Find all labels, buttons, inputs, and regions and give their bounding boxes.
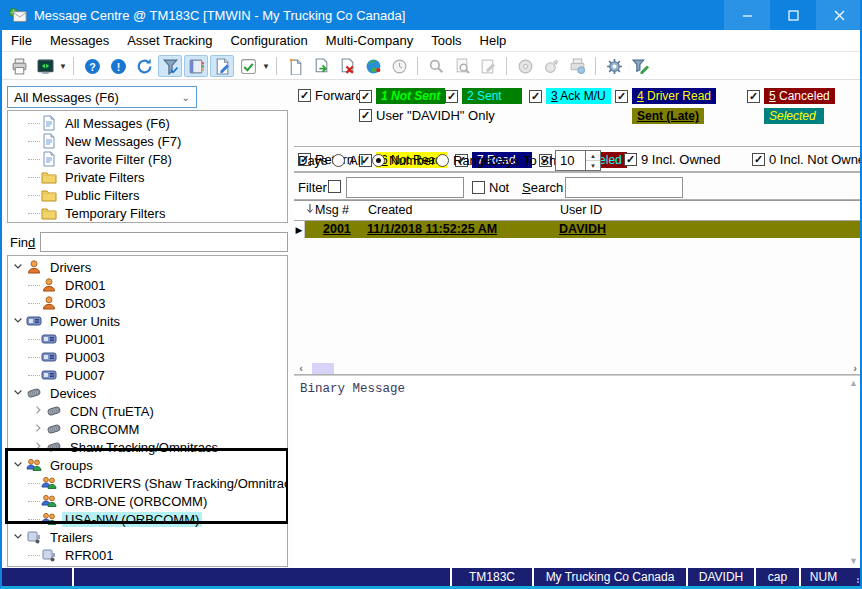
- tree-item-cdn-trueta[interactable]: CDN (TruETA): [8, 402, 287, 420]
- filter-item-favorite-filter[interactable]: Favorite Filter (F8): [8, 150, 287, 168]
- tree-group-trailers[interactable]: Trailers: [8, 528, 287, 546]
- filter-combo[interactable]: All Messages (F6) ⌄: [7, 86, 197, 108]
- tree-item-orb-one[interactable]: ORB-ONE (ORBCOMM): [8, 492, 287, 510]
- column-msg-num[interactable]: Msg #: [315, 203, 349, 217]
- scroll-left-icon[interactable]: ‹: [294, 363, 308, 374]
- menu-file[interactable]: File: [2, 30, 41, 52]
- menu-configuration[interactable]: Configuration: [221, 30, 316, 52]
- tree-item-dr001[interactable]: DR001: [8, 276, 287, 294]
- filter-checkbox[interactable]: [328, 180, 341, 193]
- tree-group-devices[interactable]: Devices: [8, 384, 287, 402]
- legend-not-sent[interactable]: ✓1 Not Sent: [359, 88, 445, 104]
- menu-messages[interactable]: Messages: [41, 30, 118, 52]
- scroll-up-icon[interactable]: ▲: [849, 378, 858, 388]
- close-button[interactable]: [816, 0, 862, 30]
- edit-icon[interactable]: [476, 55, 500, 77]
- message-row[interactable]: ▶ 2001 11/1/2018 11:52:25 AM DAVIDH: [294, 221, 862, 238]
- filter-edit-icon[interactable]: [628, 55, 652, 77]
- menu-multi-company[interactable]: Multi-Company: [317, 30, 422, 52]
- collapse-chevron-icon[interactable]: [12, 458, 26, 472]
- spell-check-icon[interactable]: [236, 55, 260, 77]
- spinner-up-icon[interactable]: ▲: [586, 151, 600, 161]
- search-input[interactable]: [565, 177, 683, 198]
- print-preview-icon[interactable]: [450, 55, 474, 77]
- collapse-chevron-icon[interactable]: [12, 530, 26, 544]
- disc-icon[interactable]: [513, 55, 537, 77]
- filter-item-temporary-filters[interactable]: Temporary Filters: [8, 204, 287, 222]
- resize-grip[interactable]: [846, 568, 862, 586]
- world-icon[interactable]: [361, 55, 385, 77]
- filter-item-public-filters[interactable]: Public Filters: [8, 186, 287, 204]
- column-created[interactable]: Created: [368, 203, 412, 217]
- forward-message-icon[interactable]: [309, 55, 333, 77]
- scroll-down-icon[interactable]: ▼: [849, 556, 858, 566]
- legend-driver-read[interactable]: ✓4 Driver Read: [615, 88, 716, 104]
- tree-item-shaw-tracking[interactable]: Shaw Tracking/Omnitracs: [8, 438, 287, 456]
- collapse-chevron-icon[interactable]: [12, 314, 26, 328]
- binary-vscrollbar[interactable]: ▲ ▼: [847, 378, 860, 566]
- remote-print-icon[interactable]: [565, 55, 589, 77]
- days-radio-number[interactable]: Number: [372, 153, 435, 168]
- tree-item-pu007[interactable]: PU007: [8, 366, 287, 384]
- tree-item-rfr001[interactable]: RFR001: [8, 546, 287, 564]
- menu-help[interactable]: Help: [471, 30, 516, 52]
- legend-sent[interactable]: ✓2 Sent: [445, 88, 522, 104]
- filter-messages-icon[interactable]: [158, 55, 182, 77]
- connection-monitor-icon[interactable]: [33, 55, 57, 77]
- filter-item-new-messages[interactable]: New Messages (F7): [8, 132, 287, 150]
- print-icon[interactable]: [7, 55, 31, 77]
- expand-chevron-icon[interactable]: [32, 422, 46, 436]
- menu-asset-tracking[interactable]: Asset Tracking: [118, 30, 221, 52]
- days-radio-all[interactable]: All: [332, 153, 363, 168]
- hscroll-thumb[interactable]: [312, 363, 334, 374]
- tracking-icon[interactable]: [539, 55, 563, 77]
- user-davidh-only-checkbox[interactable]: ✓User "DAVIDH" Only: [359, 108, 495, 123]
- connection-dropdown-icon[interactable]: ▼: [58, 55, 68, 77]
- tree-item-bcdrivers[interactable]: BCDRIVERS (Shaw Tracking/Omnitracs): [8, 474, 287, 492]
- folder-icon: [41, 205, 57, 221]
- sort-descending-icon[interactable]: [306, 203, 314, 217]
- expand-chevron-icon[interactable]: [32, 440, 46, 454]
- refresh-icon[interactable]: [132, 55, 156, 77]
- filter-item-all-messages[interactable]: All Messages (F6): [8, 114, 287, 132]
- legend-canceled-fwd[interactable]: ✓5 Canceled: [747, 88, 835, 104]
- days-to-show-value[interactable]: 10: [556, 151, 585, 170]
- tree-item-pu001[interactable]: PU001: [8, 330, 287, 348]
- tree-group-drivers[interactable]: Drivers: [8, 258, 287, 276]
- address-book-icon[interactable]: [184, 55, 208, 77]
- column-user-id[interactable]: User ID: [560, 203, 602, 217]
- maximize-button[interactable]: [770, 0, 816, 30]
- menu-tools[interactable]: Tools: [422, 30, 470, 52]
- hscroll-track[interactable]: [308, 363, 848, 374]
- tree-item-dr003[interactable]: DR003: [8, 294, 287, 312]
- tree-item-pu003[interactable]: PU003: [8, 348, 287, 366]
- tree-group-power-units[interactable]: Power Units: [8, 312, 287, 330]
- not-checkbox[interactable]: Not: [472, 180, 509, 195]
- compose-page-icon[interactable]: [210, 55, 234, 77]
- delete-message-icon[interactable]: [335, 55, 359, 77]
- new-message-icon[interactable]: [283, 55, 307, 77]
- expand-chevron-icon[interactable]: [32, 404, 46, 418]
- forward-checkbox[interactable]: ✓Forward: [298, 88, 363, 103]
- message-list-hscrollbar[interactable]: ‹ ›: [294, 362, 862, 375]
- spinner-down-icon[interactable]: ▼: [586, 161, 600, 170]
- days-to-show-spinner[interactable]: 10 ▲▼: [555, 150, 601, 171]
- legend-ack-mu[interactable]: ✓3 Ack M/U: [529, 88, 611, 104]
- tree-group-groups[interactable]: Groups: [8, 456, 287, 474]
- tree-item-usa-nw[interactable]: USA-NW (ORBCOMM): [8, 510, 287, 528]
- search-icon[interactable]: [424, 55, 448, 77]
- settings-icon[interactable]: [602, 55, 626, 77]
- about-icon[interactable]: !: [106, 55, 130, 77]
- clock-icon[interactable]: [387, 55, 411, 77]
- help-icon[interactable]: ?: [80, 55, 104, 77]
- filter-input[interactable]: [346, 177, 464, 198]
- days-radio-range[interactable]: Range: [436, 153, 491, 168]
- tree-item-orbcomm[interactable]: ORBCOMM: [8, 420, 287, 438]
- scroll-right-icon[interactable]: ›: [848, 363, 862, 374]
- minimize-button[interactable]: [724, 0, 770, 30]
- filter-item-private-filters[interactable]: Private Filters: [8, 168, 287, 186]
- spell-check-dropdown-icon[interactable]: ▼: [261, 55, 271, 77]
- collapse-chevron-icon[interactable]: [12, 386, 26, 400]
- collapse-chevron-icon[interactable]: [12, 260, 26, 274]
- find-input[interactable]: [40, 232, 288, 252]
